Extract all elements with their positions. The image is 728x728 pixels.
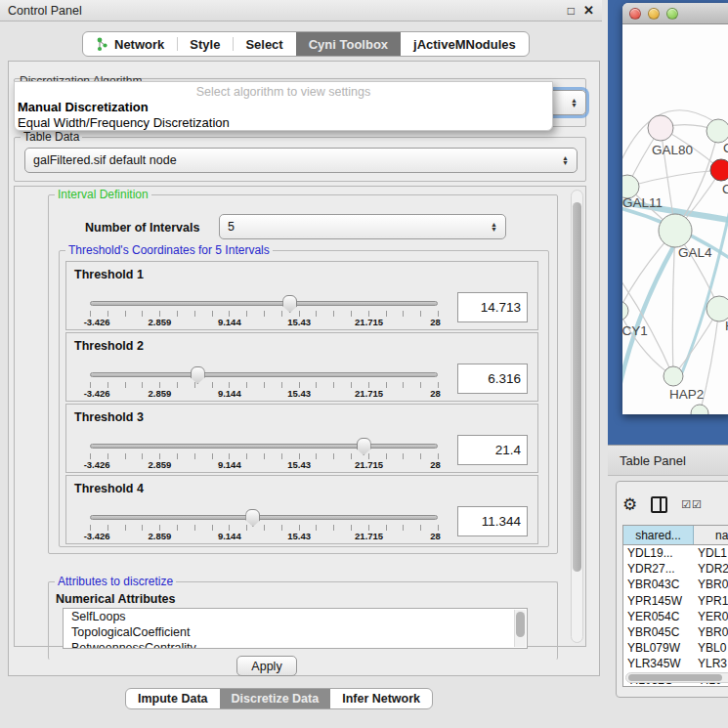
threshold-4-value[interactable]: 11.344	[457, 506, 528, 536]
tab-network[interactable]: Network	[83, 32, 177, 56]
zoom-traffic-light-icon[interactable]	[666, 8, 678, 20]
columns-icon[interactable]	[651, 496, 667, 513]
table-panel-title: Table Panel	[620, 453, 686, 468]
dropdown-option-equal[interactable]: Equal Width/Frequency Discretization	[15, 114, 552, 130]
column-header-name[interactable]: na	[694, 526, 728, 544]
dropdown-prompt: Select algorithm to view settings	[15, 82, 552, 99]
threshold-1-value[interactable]: 14.713	[457, 292, 528, 322]
attributes-group-title: Attributes to discretize	[55, 575, 176, 588]
node-red-selected[interactable]	[710, 159, 728, 181]
apply-button[interactable]: Apply	[236, 656, 297, 676]
close-traffic-light-icon[interactable]	[629, 8, 641, 20]
node-label: GAL4	[678, 245, 712, 260]
float-window-icon[interactable]: □	[568, 4, 575, 18]
tab-style[interactable]: Style	[177, 32, 233, 56]
list-item[interactable]: SelfLoops	[64, 609, 527, 624]
num-intervals-value: 5	[228, 220, 235, 234]
table-row[interactable]: YLR345W YLR3	[623, 656, 728, 671]
node-hap2[interactable]	[664, 366, 683, 386]
threshold-3-slider[interactable]	[90, 444, 438, 449]
algorithm-dropdown: Select algorithm to view settings Manual…	[14, 81, 553, 131]
threshold-2-label: Threshold 2	[74, 339, 144, 353]
table-data-group: Table Data galFiltered.sif default node …	[14, 137, 586, 182]
combo-spinner-icon: ▲▼	[571, 98, 578, 107]
table-hscrollbar[interactable]	[625, 672, 728, 683]
checkbox-icons[interactable]: ☑☑	[681, 498, 703, 511]
screen: Control Panel □ ✕ Network Style Select C…	[0, 0, 728, 728]
threshold-2-slider[interactable]	[90, 372, 438, 377]
settings-scroll-panel: Interval Definition Number of Intervals …	[14, 186, 586, 647]
slider-tick-labels: -3.426 2.859 9.144 15.43 21.715 28	[90, 388, 439, 400]
table-data-title: Table Data	[21, 130, 82, 144]
threshold-1-slider[interactable]	[90, 301, 438, 306]
combo-spinner-icon: ▲▼	[491, 222, 497, 232]
tab-discretize-data[interactable]: Discretize Data	[220, 689, 331, 708]
close-icon[interactable]: ✕	[583, 3, 594, 18]
threshold-1-panel: Threshold 1 -3.426 2.859 9.144 15.43 21.…	[65, 261, 538, 330]
table-data-combo[interactable]: galFiltered.sif default node ▲▼	[24, 148, 578, 173]
node-gal80[interactable]	[648, 115, 673, 141]
node-label: GAL80	[652, 143, 693, 157]
table-toolbar: ⚙ ☑☑	[622, 488, 728, 521]
node-label: C	[722, 182, 728, 196]
network-graph: GAL80 G C GAL11 GAL4 GCY1 H HAP2	[622, 24, 728, 414]
threshold-3-value[interactable]: 21.4	[457, 435, 528, 465]
table-header-row: shared... na	[623, 526, 728, 545]
network-window-titlebar[interactable]	[622, 3, 728, 24]
node-label: GAL11	[622, 195, 663, 210]
scrollbar-thumb[interactable]	[573, 202, 581, 572]
tab-jactivemnodules[interactable]: jActiveMNodules	[401, 32, 529, 56]
tab-cyni-toolbox-label: Cyni Toolbox	[309, 37, 388, 52]
list-item[interactable]: TopologicalCoefficient	[64, 624, 527, 640]
threshold-2-value[interactable]: 6.316	[457, 364, 528, 394]
table-row[interactable]: YDL19... YDL1	[623, 545, 728, 561]
network-window[interactable]: GAL80 G C GAL11 GAL4 GCY1 H HAP2	[622, 3, 728, 414]
table-row[interactable]: YBL079W YBL0	[623, 640, 728, 656]
tab-select[interactable]: Select	[233, 32, 295, 56]
scrollbar-thumb[interactable]	[628, 674, 722, 681]
window-title: Control Panel	[8, 4, 82, 18]
table-row[interactable]: YER054C YER0	[623, 609, 728, 624]
list-item[interactable]: BetweennessCentrality	[64, 640, 527, 649]
tab-jactivemnodules-label: jActiveMNodules	[413, 37, 516, 52]
num-intervals-combo[interactable]: 5 ▲▼	[219, 214, 506, 239]
node-gal4[interactable]	[659, 214, 692, 247]
dropdown-option-manual[interactable]: Manual Discretization	[15, 99, 552, 114]
thresholds-group-title: Threshold's Coordinates for 5 Intervals	[65, 243, 273, 257]
table-row[interactable]: YBR043C YBR0	[623, 577, 728, 592]
thresholds-group: Threshold's Coordinates for 5 Intervals …	[59, 250, 549, 547]
column-header-shared-name[interactable]: shared...	[623, 526, 694, 544]
threshold-4-panel: Threshold 4 -3.426 2.859 9.144 15.43 21.…	[65, 475, 538, 544]
tab-infer-network[interactable]: Infer Network	[330, 689, 432, 708]
slider-tick-labels: -3.426 2.859 9.144 15.43 21.715 28	[90, 317, 439, 328]
network-canvas[interactable]: GAL80 G C GAL11 GAL4 GCY1 H HAP2	[622, 24, 728, 414]
node-table[interactable]: shared... na YDL19... YDL1 YDR27... YDR2…	[622, 525, 728, 687]
slider-tick-labels: -3.426 2.859 9.144 15.43 21.715 28	[90, 531, 439, 542]
minimize-traffic-light-icon[interactable]	[648, 8, 660, 20]
threshold-4-label: Threshold 4	[74, 482, 144, 495]
gear-icon[interactable]: ⚙	[622, 496, 637, 513]
threshold-4-slider[interactable]	[90, 515, 438, 520]
node-bottom[interactable]	[691, 405, 708, 414]
threshold-2-panel: Threshold 2 -3.426 2.859 9.144 15.43 21.…	[65, 332, 538, 402]
numerical-attributes-list[interactable]: SelfLoops TopologicalCoefficient Between…	[63, 608, 528, 649]
table-data-combo-value: galFiltered.sif default node	[33, 153, 177, 167]
table-panel-titlebar: Table Panel	[608, 445, 728, 476]
tab-cyni-toolbox[interactable]: Cyni Toolbox	[296, 32, 401, 56]
table-row[interactable]: YDR27... YDR2	[623, 561, 728, 577]
settings-scrollbar[interactable]	[571, 190, 583, 643]
node-label: G	[723, 141, 728, 155]
table-row[interactable]: YBR045C YBR0	[623, 624, 728, 640]
control-panel-titlebar: Control Panel □ ✕	[0, 0, 602, 21]
tab-impute-data[interactable]: Impute Data	[126, 689, 220, 708]
node-g[interactable]	[707, 119, 728, 143]
node-gcy1[interactable]	[622, 301, 628, 321]
tab-network-label: Network	[114, 37, 164, 52]
threshold-1-label: Threshold 1	[74, 268, 144, 281]
interval-definition-group: Interval Definition Number of Intervals …	[48, 194, 558, 554]
scrollbar-thumb[interactable]	[516, 612, 525, 637]
attributes-scrollbar[interactable]	[514, 610, 526, 647]
threshold-3-label: Threshold 3	[74, 410, 144, 424]
network-icon	[96, 37, 108, 52]
table-row[interactable]: YPR145W YPR1	[623, 593, 728, 609]
